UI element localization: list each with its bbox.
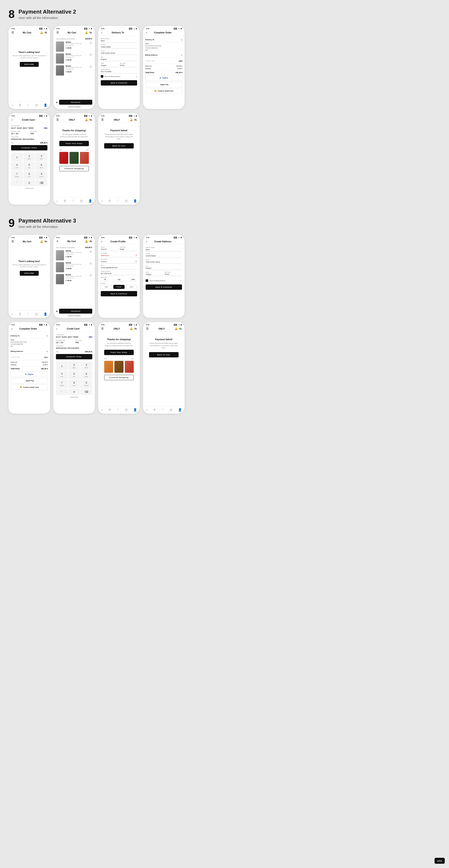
numpad-9f-2[interactable]: 2ABC <box>68 362 80 370</box>
numpad-9f-8[interactable]: 8TUV <box>68 380 80 388</box>
heart-nav-s[interactable]: ♡ <box>72 199 74 203</box>
search-9h[interactable]: ⚲ <box>154 408 156 411</box>
paypal-button[interactable]: P PayPal <box>145 75 183 81</box>
same-billing-checkbox[interactable]: ✓ <box>101 75 103 78</box>
apple-pay-button[interactable]: Apple Pay <box>145 82 183 87</box>
delivery-chevron[interactable]: ∧ <box>181 38 183 41</box>
menu-icon-success[interactable]: ☰ <box>56 118 59 121</box>
gender-female[interactable]: Female <box>113 285 125 289</box>
apply-9e[interactable]: Apply <box>44 356 48 358</box>
numpad-0[interactable]: 0 <box>23 180 35 186</box>
billing-chevron[interactable]: ∨ <box>181 54 183 56</box>
search-nav-f[interactable]: ⚲ <box>109 199 111 203</box>
profile-nav-f[interactable]: 👤 <box>133 199 137 203</box>
numpad-5[interactable]: 5JKL <box>23 162 35 170</box>
back-cart-9h[interactable]: Back To Cart <box>149 352 179 358</box>
bell-icon-9a[interactable]: 🔔 <box>40 240 43 243</box>
bell-icon-2[interactable]: 🔔 <box>85 31 88 34</box>
home-9a[interactable]: ⌂ <box>11 312 13 316</box>
bag-9g[interactable]: 🛍 <box>134 327 137 330</box>
paypal-9e[interactable]: P PayPal <box>11 371 48 377</box>
bell-icon-s[interactable]: 🔔 <box>85 118 88 121</box>
numpad-1[interactable]: 1 <box>11 153 23 161</box>
back-to-cart-button[interactable]: Back To Cart <box>104 143 134 149</box>
home-nav-s[interactable]: ⌂ <box>56 199 58 203</box>
numpad-6[interactable]: 6MNO <box>35 162 47 170</box>
bag-9h[interactable]: 🛍 <box>179 327 182 330</box>
menu-icon-failed[interactable]: ☰ <box>101 118 104 121</box>
search-nav-s[interactable]: ⚲ <box>64 199 66 203</box>
numpad-9f-0[interactable]: 0 <box>68 389 80 395</box>
explore-button-9a[interactable]: EXPLORE <box>20 271 39 276</box>
numpad-9f-6[interactable]: 6MNO <box>81 371 92 379</box>
numpad-4[interactable]: 4GHI <box>11 162 23 170</box>
numpad-9f-5[interactable]: 5JKL <box>68 371 80 379</box>
bag-icon-9a[interactable]: 🛍 <box>44 240 47 243</box>
gender-male[interactable]: Male <box>101 285 112 289</box>
bell-icon-f[interactable]: 🔔 <box>130 118 133 121</box>
gender-other[interactable]: Other <box>126 285 137 289</box>
numpad-9[interactable]: 9WXYZ <box>35 171 47 179</box>
home-nav-f[interactable]: ⌂ <box>101 199 103 203</box>
bell-9g[interactable]: 🔔 <box>130 327 133 330</box>
numpad-9f-7[interactable]: 7PQRS <box>56 380 68 388</box>
bag-icon-2[interactable]: 🛍 <box>89 31 92 34</box>
save-address-button[interactable]: Save & Continue <box>146 284 182 290</box>
menu-9h[interactable]: ☰ <box>146 327 149 330</box>
apply-link[interactable]: Apply <box>179 60 183 61</box>
numpad-9f-3[interactable]: 3DEF <box>81 362 92 370</box>
search-9a[interactable]: ⚲ <box>19 312 21 316</box>
home-nav-icon[interactable]: ⌂ <box>11 103 13 107</box>
heart-nav-icon[interactable]: ♡ <box>27 103 30 107</box>
heart-9h[interactable]: ♡ <box>161 408 164 411</box>
numpad-star[interactable]: * <box>11 180 23 186</box>
search-9g[interactable]: ⚲ <box>109 408 111 411</box>
continue-9b[interactable]: Continue Shopping <box>56 315 92 316</box>
profile-9h[interactable]: 👤 <box>178 408 182 411</box>
complete-order-button[interactable]: Complete Order <box>11 145 47 150</box>
bag-nav-s[interactable]: ⊡ <box>80 199 83 203</box>
bag-9b[interactable]: 🛍 <box>89 240 92 243</box>
bell-9b[interactable]: 🔔 <box>85 240 88 243</box>
profile-9g[interactable]: 👤 <box>133 408 137 411</box>
numpad-delete[interactable]: ⌫ <box>35 180 47 186</box>
bag-icon[interactable]: 🛍 <box>44 31 47 34</box>
continue-shopping-button[interactable]: Continue Shopping <box>59 166 89 171</box>
card-button[interactable]: 💳 Credit & Debit Card <box>145 88 183 94</box>
card-9e[interactable]: 💳 Credit & Debit Card <box>11 384 48 390</box>
checkout-button[interactable]: Checkout <box>59 100 92 105</box>
menu-9g[interactable]: ☰ <box>101 327 104 330</box>
bag-9h[interactable]: ⊡ <box>170 408 172 411</box>
bell-icon[interactable]: 🔔 <box>40 31 43 34</box>
explore-button[interactable]: EXPLORE <box>20 62 39 67</box>
continue-9g[interactable]: Continue Shopping <box>104 375 134 380</box>
numpad-9f-4[interactable]: 4GHI <box>56 371 68 379</box>
profile-nav-s[interactable]: 👤 <box>89 199 92 203</box>
birth-day[interactable]: 09 <box>101 278 109 281</box>
numpad-7[interactable]: 7PQRS <box>11 171 23 179</box>
save-continue-button[interactable]: Save & Continue <box>101 80 137 86</box>
track-order-button[interactable]: Track Your Order <box>59 141 89 146</box>
complete-order-9f[interactable]: Complete Order <box>56 354 92 359</box>
birth-year[interactable]: 1998 <box>129 278 137 281</box>
numpad-8[interactable]: 8TUV <box>23 171 35 179</box>
menu-icon[interactable]: ☰ <box>11 31 14 34</box>
home-9h[interactable]: ⌂ <box>146 408 148 411</box>
bag-nav-f[interactable]: ⊡ <box>125 199 128 203</box>
heart-9g[interactable]: ♡ <box>117 408 119 411</box>
apple-pay-9e[interactable]: Apple Pay <box>11 378 48 383</box>
bag-icon-s[interactable]: 🛍 <box>89 118 92 121</box>
numpad-9f-del[interactable]: ⌫ <box>81 389 92 395</box>
home-9g[interactable]: ⌂ <box>101 408 103 411</box>
numpad-2[interactable]: 2ABC <box>23 153 35 161</box>
bell-9h[interactable]: 🔔 <box>174 327 178 330</box>
numpad-9f-9[interactable]: 9WXYZ <box>81 380 92 388</box>
bag-9g-n[interactable]: ⊡ <box>125 408 128 411</box>
close-x-9b[interactable]: ✕ <box>56 240 59 243</box>
bag-9a[interactable]: ⊡ <box>35 312 38 316</box>
profile-9a[interactable]: 👤 <box>43 312 47 316</box>
track-9g[interactable]: Track Your Order <box>104 350 134 355</box>
profile-nav-icon[interactable]: 👤 <box>43 103 47 107</box>
menu-icon-2[interactable]: ☰ <box>56 31 59 34</box>
same-billing-addr[interactable]: ✓ <box>146 279 148 282</box>
